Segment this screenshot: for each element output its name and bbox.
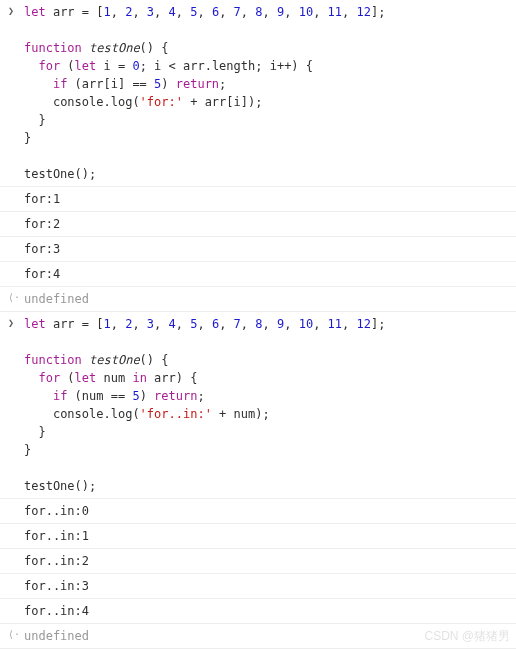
watermark: CSDN @猪猪男 xyxy=(424,628,510,645)
console-log-output: for..in:4 xyxy=(0,599,516,624)
console-log-output: for..in:0 xyxy=(0,499,516,524)
console-log-output: for..in:2 xyxy=(0,549,516,574)
input-marker-icon: ❯ xyxy=(8,315,14,330)
console-input-2[interactable]: ❯ let arr = [1, 2, 3, 4, 5, 6, 7, 8, 9, … xyxy=(0,312,516,499)
console-log-output: for:2 xyxy=(0,212,516,237)
code-block-1: let arr = [1, 2, 3, 4, 5, 6, 7, 8, 9, 10… xyxy=(24,3,516,183)
console-log-output: for..in:3 xyxy=(0,574,516,599)
input-marker-icon: ❯ xyxy=(8,3,14,18)
console-input-1[interactable]: ❯ let arr = [1, 2, 3, 4, 5, 6, 7, 8, 9, … xyxy=(0,0,516,187)
console-log-output: for:4 xyxy=(0,262,516,287)
code-block-2: let arr = [1, 2, 3, 4, 5, 6, 7, 8, 9, 10… xyxy=(24,315,516,495)
console-result-1: ⟨· undefined xyxy=(0,287,516,312)
console-log-output: for:3 xyxy=(0,237,516,262)
output-marker-icon: ⟨· xyxy=(8,627,20,642)
console-log-output: for:1 xyxy=(0,187,516,212)
console-log-output: for..in:1 xyxy=(0,524,516,549)
output-marker-icon: ⟨· xyxy=(8,290,20,305)
